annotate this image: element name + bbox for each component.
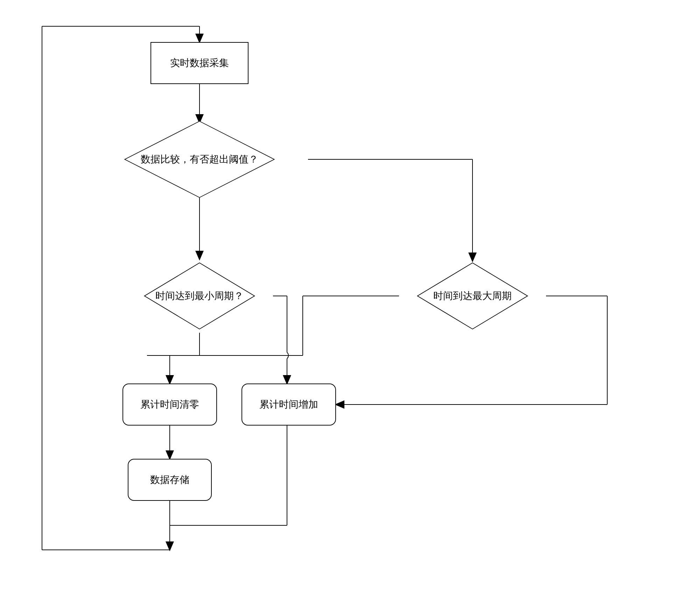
decision-threshold-shape [124,121,275,198]
process-time-increment: 累计时间增加 [241,384,336,426]
decision-max-period-shape [417,262,528,329]
process-time-reset: 累计时间清零 [122,384,217,426]
process-label: 累计时间清零 [140,398,199,411]
process-realtime-collect: 实时数据采集 [150,42,248,84]
process-label: 实时数据采集 [170,56,229,70]
process-label: 累计时间增加 [259,398,318,411]
process-label: 数据存储 [150,473,189,486]
decision-min-period-shape [144,262,255,329]
flowchart-connectors [0,0,700,601]
process-data-store: 数据存储 [128,459,212,501]
